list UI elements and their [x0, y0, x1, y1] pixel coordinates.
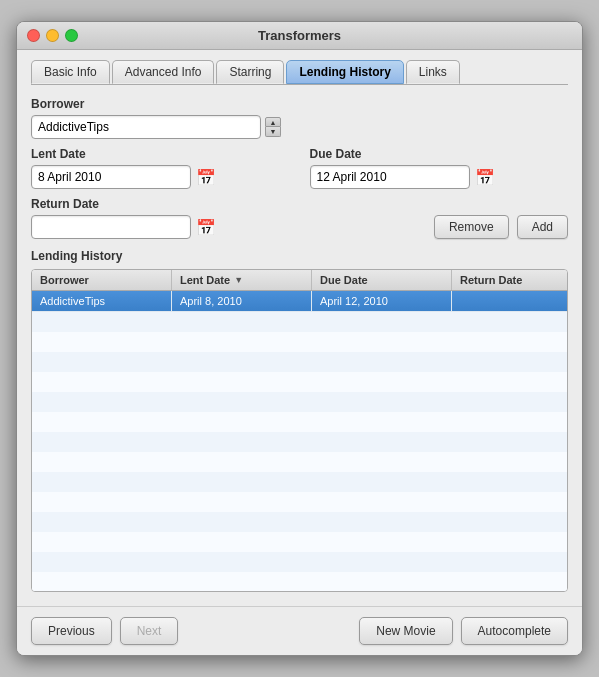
tab-bar: Basic Info Advanced Info Starring Lendin… — [31, 60, 568, 85]
lent-date-input[interactable] — [31, 165, 191, 189]
tab-starring[interactable]: Starring — [216, 60, 284, 84]
return-date-calendar-icon[interactable]: 📅 — [195, 216, 217, 238]
action-buttons: Remove Add — [434, 215, 568, 239]
add-button[interactable]: Add — [517, 215, 568, 239]
next-button[interactable]: Next — [120, 617, 179, 645]
maximize-button[interactable] — [65, 29, 78, 42]
close-button[interactable] — [27, 29, 40, 42]
empty-rows — [32, 312, 567, 591]
content-area: Basic Info Advanced Info Starring Lendin… — [17, 50, 582, 606]
table-row[interactable]: AddictiveTips April 8, 2010 April 12, 20… — [32, 291, 567, 312]
footer-right: New Movie Autocomplete — [359, 617, 568, 645]
stepper-up[interactable]: ▲ — [265, 117, 281, 127]
lent-date-calendar-icon[interactable]: 📅 — [195, 166, 217, 188]
lent-date-wrap: 📅 — [31, 165, 290, 189]
titlebar: Transformers — [17, 22, 582, 50]
previous-button[interactable]: Previous — [31, 617, 112, 645]
table-header: Borrower Lent Date ▼ Due Date Return Dat… — [32, 270, 567, 291]
tab-basic-info[interactable]: Basic Info — [31, 60, 110, 84]
cell-borrower: AddictiveTips — [32, 291, 172, 311]
due-date-calendar-icon[interactable]: 📅 — [474, 166, 496, 188]
tab-links[interactable]: Links — [406, 60, 460, 84]
date-row: Lent Date 📅 Due Date 📅 — [31, 147, 568, 189]
app-window: Transformers Basic Info Advanced Info St… — [16, 21, 583, 656]
cell-lent-date: April 8, 2010 — [172, 291, 312, 311]
table-body: AddictiveTips April 8, 2010 April 12, 20… — [32, 291, 567, 591]
cell-return-date — [452, 291, 567, 311]
traffic-lights — [27, 29, 78, 42]
footer-left: Previous Next — [31, 617, 178, 645]
th-borrower[interactable]: Borrower — [32, 270, 172, 290]
autocomplete-button[interactable]: Autocomplete — [461, 617, 568, 645]
tab-lending-history[interactable]: Lending History — [286, 60, 403, 84]
due-date-wrap: 📅 — [310, 165, 569, 189]
cell-due-date: April 12, 2010 — [312, 291, 452, 311]
borrower-stepper: ▲ ▼ — [265, 117, 281, 137]
due-date-input[interactable] — [310, 165, 470, 189]
tab-advanced-info[interactable]: Advanced Info — [112, 60, 215, 84]
minimize-button[interactable] — [46, 29, 59, 42]
return-date-input[interactable] — [31, 215, 191, 239]
th-due-date[interactable]: Due Date — [312, 270, 452, 290]
lent-date-field: Lent Date 📅 — [31, 147, 290, 189]
due-date-field: Due Date 📅 — [310, 147, 569, 189]
footer: Previous Next New Movie Autocomplete — [17, 606, 582, 655]
return-date-field: Return Date 📅 — [31, 197, 217, 239]
return-date-wrap: 📅 — [31, 215, 217, 239]
borrower-label: Borrower — [31, 97, 568, 111]
th-return-date[interactable]: Return Date — [452, 270, 567, 290]
window-title: Transformers — [258, 28, 341, 43]
borrower-input[interactable] — [31, 115, 261, 139]
stepper-down[interactable]: ▼ — [265, 127, 281, 137]
return-row: Return Date 📅 Remove Add — [31, 197, 568, 239]
th-lent-date[interactable]: Lent Date ▼ — [172, 270, 312, 290]
remove-button[interactable]: Remove — [434, 215, 509, 239]
sort-arrow-icon: ▼ — [234, 275, 243, 285]
return-date-label: Return Date — [31, 197, 217, 211]
borrower-row: ▲ ▼ — [31, 115, 568, 139]
lent-date-label: Lent Date — [31, 147, 290, 161]
due-date-label: Due Date — [310, 147, 569, 161]
new-movie-button[interactable]: New Movie — [359, 617, 452, 645]
lending-history-table: Borrower Lent Date ▼ Due Date Return Dat… — [31, 269, 568, 592]
lending-history-section-title: Lending History — [31, 249, 568, 263]
